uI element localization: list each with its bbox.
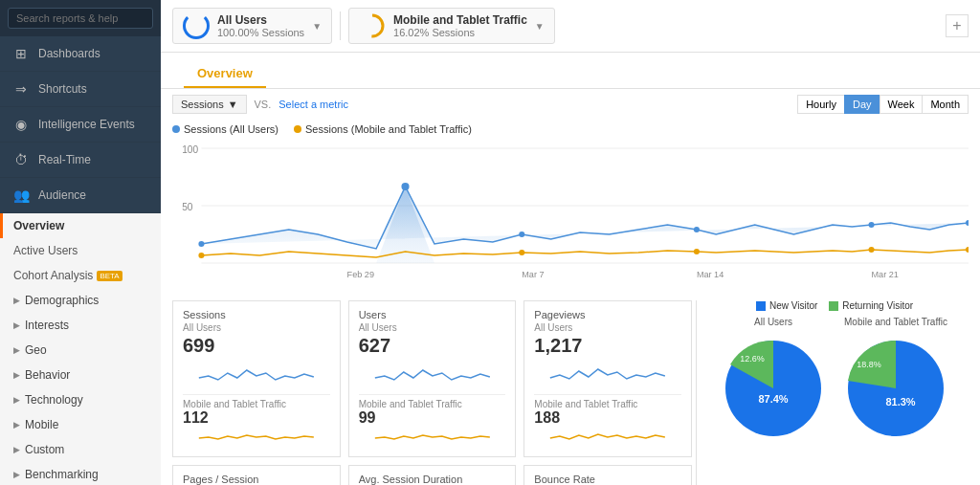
segments-bar: All Users 100.00% Sessions ▼ Mobile and … [161, 0, 980, 53]
chevron-right-icon: ▶ [13, 395, 20, 405]
legend-all-users-label: Sessions (All Users) [184, 123, 278, 135]
select-metric-link[interactable]: Select a metric [278, 99, 348, 110]
search-container [0, 0, 161, 36]
returning-visitor-color [829, 301, 838, 311]
users-mobile-value: 99 [359, 409, 506, 427]
chevron-down-icon: ▼ [312, 21, 322, 32]
sidebar-item-benchmarking[interactable]: ▶ Benchmarking [0, 462, 161, 485]
users-all-users-label: All Users [359, 322, 506, 333]
line-chart: 100 50 Feb 29 Mar 7 Mar 14 Mar 21 [172, 139, 969, 282]
stat-card-pages-session: Pages / Session All Users 1.74 Mobile an… [172, 465, 341, 485]
pie-legend-new: New Visitor [756, 300, 817, 311]
all-users-returning-pct-label: 12.6% [740, 354, 765, 364]
all-users-pct: 100.00% Sessions [217, 27, 304, 38]
active-users-label: Active Users [13, 244, 78, 257]
sidebar-item-label: Real-Time [38, 153, 91, 166]
audience-icon: 👥 [11, 187, 31, 203]
month-button[interactable]: Month [922, 95, 969, 114]
add-segment-button[interactable]: + [946, 14, 969, 37]
users-sparkline [359, 359, 506, 387]
chart-dot [694, 227, 700, 232]
sessions-mobile-label: Mobile and Tablet Traffic [183, 399, 330, 409]
segment-mobile-tablet[interactable]: Mobile and Tablet Traffic 16.02% Session… [348, 8, 555, 44]
sidebar-item-audience[interactable]: 👥 Audience [0, 178, 161, 213]
mobile-dot [519, 250, 524, 255]
sidebar-item-technology[interactable]: ▶ Technology [0, 387, 161, 412]
sessions-mobile-sparkline [183, 427, 330, 446]
sidebar-item-intelligence[interactable]: ◉ Intelligence Events [0, 107, 161, 143]
intelligence-icon: ◉ [11, 117, 31, 132]
svg-text:Mar 21: Mar 21 [872, 270, 899, 279]
all-users-circle [183, 12, 210, 39]
week-button[interactable]: Week [880, 95, 924, 114]
chart-dot [198, 241, 204, 247]
chart-controls-left: Sessions ▼ VS. Select a metric [172, 95, 348, 114]
sidebar-item-realtime[interactable]: ⏱ Real-Time [0, 143, 161, 178]
hourly-button[interactable]: Hourly [797, 95, 845, 114]
pageviews-mobile-value: 188 [534, 409, 681, 427]
stats-pie-divider [696, 300, 697, 485]
sidebar-item-active-users[interactable]: Active Users [0, 238, 161, 263]
search-input[interactable] [8, 8, 153, 29]
sidebar-item-cohort[interactable]: Cohort Analysis BETA [0, 263, 161, 288]
chevron-down-icon: ▼ [228, 99, 238, 110]
day-button[interactable]: Day [844, 95, 880, 114]
sidebar-item-demographics[interactable]: ▶ Demographics [0, 288, 161, 313]
technology-label: Technology [25, 393, 83, 407]
sidebar-item-label: Audience [38, 188, 86, 202]
users-label: Users [359, 309, 506, 320]
stat-card-bounce-rate: Bounce Rate All Users 73.68% Mobile and … [523, 465, 692, 485]
mobile-dot [694, 249, 700, 254]
users-all-users-value: 627 [359, 335, 506, 357]
sidebar-item-overview[interactable]: Overview [0, 213, 161, 238]
sessions-sparkline [183, 359, 330, 387]
sidebar-item-behavior[interactable]: ▶ Behavior [0, 363, 161, 387]
pie-section: New Visitor Returning Visitor All Users [701, 300, 969, 485]
sidebar-item-custom[interactable]: ▶ Custom [0, 437, 161, 462]
users-mobile-sparkline [359, 427, 506, 446]
new-visitor-label: New Visitor [769, 300, 817, 311]
benchmarking-label: Benchmarking [25, 468, 99, 481]
stat-card-users: Users All Users 627 Mobile and Tablet Tr… [348, 300, 517, 457]
pageviews-mobile-sparkline [534, 427, 681, 446]
metric-label: Sessions [181, 99, 224, 110]
mobile-new-pct-label: 81.3% [885, 396, 915, 408]
sidebar-item-dashboards[interactable]: ⊞ Dashboards [0, 36, 161, 72]
pie-legend: New Visitor Returning Visitor [708, 300, 961, 311]
sessions-all-users-label: All Users [183, 322, 330, 333]
sidebar-item-interests[interactable]: ▶ Interests [0, 313, 161, 338]
mobile-line [201, 250, 969, 257]
chevron-right-icon: ▶ [13, 445, 20, 454]
legend-mobile-label: Sessions (Mobile and Tablet Traffic) [305, 123, 472, 135]
shortcuts-icon: ⇒ [11, 81, 31, 97]
realtime-icon: ⏱ [11, 152, 31, 167]
chart-dot [519, 231, 524, 237]
mobile-returning-pct-label: 18.8% [857, 360, 881, 369]
tab-overview[interactable]: Overview [184, 60, 266, 88]
pageviews-all-users-value: 1,217 [534, 335, 681, 357]
beta-badge: BETA [97, 271, 122, 281]
sidebar-item-shortcuts[interactable]: ⇒ Shortcuts [0, 72, 161, 107]
chart-area: Sessions (All Users) Sessions (Mobile an… [161, 120, 980, 293]
sessions-mobile-value: 112 [183, 409, 330, 427]
segment-all-users[interactable]: All Users 100.00% Sessions ▼ [172, 8, 332, 44]
cohort-label: Cohort Analysis [13, 269, 93, 282]
chevron-right-icon: ▶ [13, 320, 20, 330]
svg-point-0 [362, 15, 383, 36]
pageviews-sparkline [534, 359, 681, 387]
stat-card-pageviews: Pageviews All Users 1,217 Mobile and Tab… [523, 300, 692, 457]
sidebar-item-mobile[interactable]: ▶ Mobile [0, 412, 161, 437]
mobile-dot [198, 253, 204, 258]
sidebar-item-geo[interactable]: ▶ Geo [0, 338, 161, 363]
pageviews-all-users-label: All Users [534, 322, 681, 333]
chevron-right-icon: ▶ [13, 345, 20, 355]
svg-text:100: 100 [182, 144, 198, 155]
chart-dot [868, 222, 874, 228]
pages-session-label: Pages / Session [183, 474, 330, 485]
main-content: All Users 100.00% Sessions ▼ Mobile and … [161, 0, 980, 485]
dashboard-icon: ⊞ [11, 46, 31, 61]
legend-mobile: Sessions (Mobile and Tablet Traffic) [294, 123, 472, 135]
sidebar: ⊞ Dashboards ⇒ Shortcuts ◉ Intelligence … [0, 0, 161, 485]
metric-select[interactable]: Sessions ▼ [172, 95, 247, 114]
chart-controls: Sessions ▼ VS. Select a metric Hourly Da… [161, 89, 980, 120]
